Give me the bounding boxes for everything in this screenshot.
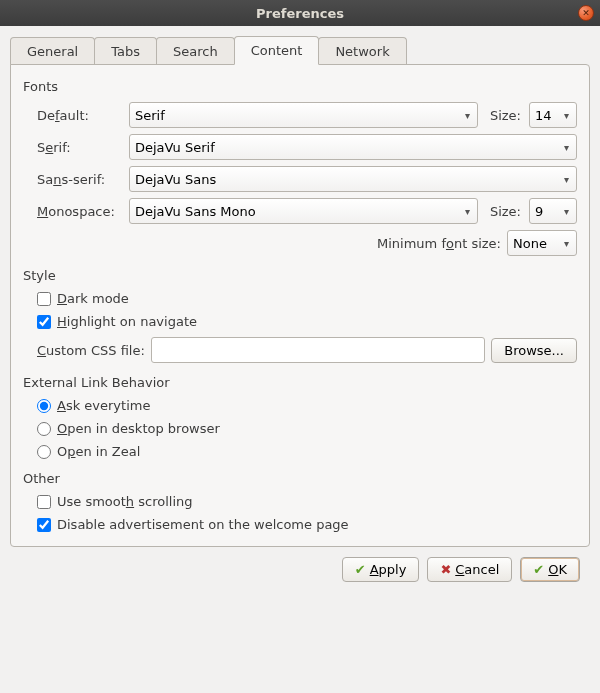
close-icon[interactable]: ✕ [578,5,594,21]
window-title: Preferences [256,6,344,21]
smooth-scroll-checkbox[interactable] [37,495,51,509]
min-font-size-select[interactable]: None [507,230,577,256]
serif-font-select[interactable]: DejaVu Serif [129,134,577,160]
tab-content[interactable]: Content [234,36,320,65]
sans-font-select[interactable]: DejaVu Sans [129,166,577,192]
ask-everytime-radio[interactable] [37,399,51,413]
titlebar: Preferences ✕ [0,0,600,26]
tab-general[interactable]: General [10,37,95,65]
dark-mode-label: Dark mode [57,291,129,306]
mono-font-label: Monospace: [37,204,123,219]
apply-button[interactable]: ✔ Apply [342,557,420,582]
custom-css-label: Custom CSS file: [37,343,145,358]
browse-button[interactable]: Browse... [491,338,577,363]
sans-font-label: Sans-serif: [37,172,123,187]
min-font-size-label: Minimum font size: [377,236,501,251]
default-size-select[interactable]: 14 [529,102,577,128]
section-other-label: Other [23,471,577,486]
cancel-button[interactable]: ✖ Cancel [427,557,512,582]
disable-ad-checkbox[interactable] [37,518,51,532]
default-font-select[interactable]: Serif [129,102,478,128]
cancel-icon: ✖ [440,562,451,577]
open-desktop-radio[interactable] [37,422,51,436]
highlight-checkbox[interactable] [37,315,51,329]
tab-network[interactable]: Network [318,37,406,65]
section-fonts-label: Fonts [23,79,577,94]
dark-mode-checkbox[interactable] [37,292,51,306]
section-style-label: Style [23,268,577,283]
default-size-label: Size: [490,108,521,123]
tab-search[interactable]: Search [156,37,235,65]
mono-size-label: Size: [490,204,521,219]
ask-everytime-label: Ask everytime [57,398,150,413]
mono-size-select[interactable]: 9 [529,198,577,224]
section-external-label: External Link Behavior [23,375,577,390]
open-desktop-label: Open in desktop browser [57,421,220,436]
mono-font-select[interactable]: DejaVu Sans Mono [129,198,478,224]
default-font-label: Default: [37,108,123,123]
ok-button[interactable]: ✔ OK [520,557,580,582]
smooth-scroll-label: Use smooth scrolling [57,494,193,509]
tab-tabs[interactable]: Tabs [94,37,157,65]
dialog-button-bar: ✔ Apply ✖ Cancel ✔ OK [10,547,590,582]
custom-css-input[interactable] [151,337,485,363]
open-zeal-label: Open in Zeal [57,444,140,459]
tab-panel-content: Fonts Default: Serif Size: 14 Serif: [10,64,590,547]
open-zeal-radio[interactable] [37,445,51,459]
check-icon: ✔ [533,562,544,577]
tab-strip: General Tabs Search Content Network [10,36,590,65]
disable-ad-label: Disable advertisement on the welcome pag… [57,517,349,532]
check-icon: ✔ [355,562,366,577]
highlight-label: Highlight on navigate [57,314,197,329]
serif-font-label: Serif: [37,140,123,155]
